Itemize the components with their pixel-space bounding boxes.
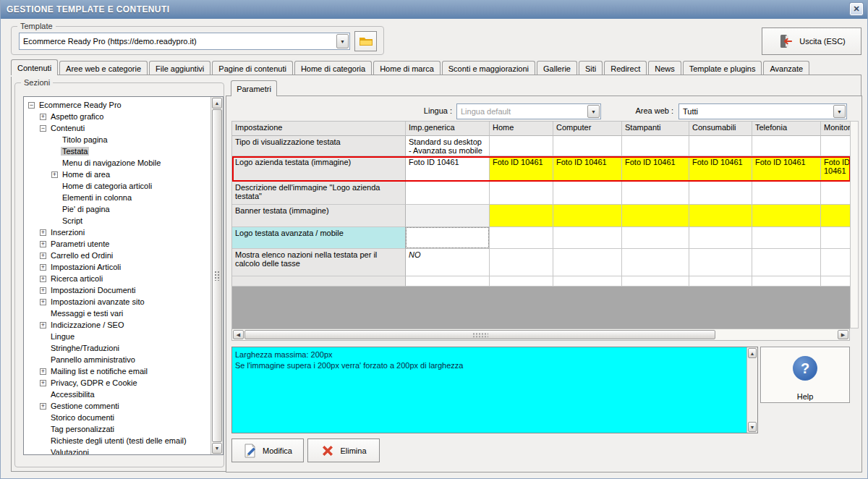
tree-item-titolo-pagina[interactable]: Titolo pagina [24,134,210,145]
expand-plus-icon[interactable]: + [40,322,46,328]
tree-scrollbar[interactable]: ▲ ▼ [210,97,223,454]
tree-item-mailing-list-e-notifiche-email[interactable]: +Mailing list e notifiche email [24,365,210,377]
tab-redirect[interactable]: Redirect [604,61,647,75]
expand-plus-icon[interactable]: + [40,241,46,247]
cell-computer[interactable] [553,249,622,276]
cell-telefonia[interactable] [752,249,821,276]
tab-pagine-di-contenuti[interactable]: Pagine di contenuti [212,61,293,75]
parameters-table[interactable]: ImpostazioneImp.genericaHomeComputerStam… [231,121,850,328]
expand-plus-icon[interactable]: + [40,114,46,120]
elimina-button[interactable]: Elimina [307,438,380,462]
area-web-select[interactable]: Tutti ▼ [678,103,847,119]
cell-monitor[interactable] [821,205,850,227]
tab-template-e-plugins[interactable]: Template e plugins [683,61,762,75]
row-label[interactable]: Logo azienda testata (immagine) [232,156,406,182]
cell-home[interactable] [490,276,553,287]
template-select[interactable]: Ecommerce Ready Pro (https://demo.readyp… [19,33,350,50]
cell-home[interactable]: Foto ID 10461 [490,156,553,182]
tab-gallerie[interactable]: Gallerie [537,61,577,75]
column-header-home[interactable]: Home [490,122,553,136]
row-label[interactable]: Descrizione dell'immagine "Logo azienda … [232,182,406,205]
row-label[interactable]: Banner testata (immagine) [232,205,406,227]
cell-monitor[interactable] [821,136,850,156]
cell-stampanti[interactable] [622,182,689,205]
tab-contenuti[interactable]: Contenuti [11,59,58,75]
hscrollbar-thumb[interactable] [244,330,715,339]
tree-item-stringhe-traduzioni[interactable]: Stringhe/Traduzioni [24,342,210,354]
tab-aree-web-e-categorie[interactable]: Aree web e categorie [59,61,148,75]
table-horizontal-scrollbar[interactable]: ◀ ▶ [231,328,850,341]
row-label[interactable] [232,276,406,287]
row-label[interactable]: Mostra elenco nazioni nella testata per … [232,249,406,276]
expand-plus-icon[interactable]: + [40,276,46,282]
expand-plus-icon[interactable]: + [40,299,46,305]
tree-item-tag-personalizzati[interactable]: Tag personalizzati [24,423,210,435]
cell-computer[interactable] [553,182,622,205]
help-button[interactable]: ? Help [760,347,850,403]
tree-item-inserzioni[interactable]: +Inserzioni [24,226,210,238]
tree-item-richieste-degli-utenti-testi-delle-email[interactable]: Richieste degli utenti (testi delle emai… [24,435,210,446]
tree-item-impostazioni-articoli[interactable]: +Impostazioni Articoli [24,261,210,273]
column-header-telefonia[interactable]: Telefonia [752,122,821,136]
tree-item-script[interactable]: Script [24,215,210,226]
scroll-right-button[interactable]: ▶ [838,330,848,339]
tab-home-di-marca[interactable]: Home di marca [373,61,441,75]
modifica-button[interactable]: Modifica [231,438,304,462]
tree-item-menu-di-navigazione-mobile[interactable]: Menu di navigazione Mobile [24,157,210,169]
row-label[interactable]: Tipo di visualizzazione testata [232,136,406,156]
cell-monitor[interactable] [821,182,850,205]
tab-avanzate[interactable]: Avanzate [763,61,809,75]
expand-plus-icon[interactable]: + [40,264,46,271]
cell-monitor[interactable] [821,227,850,249]
cell-consumabili[interactable] [689,249,752,276]
tree-item-impostazioni-avanzate-sito[interactable]: +Impostazioni avanzate sito [24,296,210,308]
info-scrollbar[interactable]: ▲ ▼ [746,347,757,433]
cell-imp-generica[interactable] [406,205,490,227]
cell-telefonia[interactable] [752,227,821,249]
tree-item-elementi-in-colonna[interactable]: Elementi in colonna [24,192,210,203]
scroll-left-button[interactable]: ◀ [233,330,244,339]
tree-item-ricerca-articoli[interactable]: +Ricerca articoli [24,273,210,284]
expand-plus-icon[interactable]: + [40,380,46,386]
column-header-imp-generica[interactable]: Imp.generica [406,122,490,136]
cell-imp-generica[interactable]: Foto ID 10461 [406,156,490,182]
column-header-stampanti[interactable]: Stampanti [622,122,689,136]
tree-item-messaggi-e-testi-vari[interactable]: Messaggi e testi vari [24,308,210,319]
tree-item-pannello-amministrativo[interactable]: Pannello amministrativo [24,354,210,365]
cell-telefonia[interactable] [752,182,821,205]
tab-news[interactable]: News [648,61,681,75]
expand-plus-icon[interactable]: + [40,229,46,236]
cell-monitor[interactable]: Foto ID 10461 [821,156,850,182]
tree-item-pie-di-pagina[interactable]: Pie' di pagina [24,203,210,215]
cell-consumabili[interactable] [689,205,752,227]
cell-home[interactable] [490,227,553,249]
tree-item-aspetto-grafico[interactable]: +Aspetto grafico [24,111,210,122]
cell-stampanti[interactable] [622,205,689,227]
cell-stampanti[interactable] [622,227,689,249]
tree-item-indicizzazione-seo[interactable]: +Indicizzazione / SEO [24,319,210,331]
chevron-down-icon[interactable]: ▼ [833,105,846,118]
cell-imp-generica[interactable] [406,276,490,287]
collapse-minus-icon[interactable]: − [28,102,35,109]
tree-item-privacy-gdpr-e-cookie[interactable]: +Privacy, GDPR e Cookie [24,377,210,389]
scroll-down-button[interactable]: ▼ [212,443,222,454]
tree-item-home-di-area[interactable]: +Home di area [24,169,210,180]
cell-computer[interactable] [553,276,622,287]
tree-item-impostazioni-documenti[interactable]: +Impostazioni Documenti [24,284,210,296]
tree-item-storico-documenti[interactable]: Storico documenti [24,412,210,423]
column-header-impostazione[interactable]: Impostazione [232,122,406,136]
cell-home[interactable] [490,205,553,227]
column-header-monitor[interactable]: Monitor [821,122,850,136]
tree-item-ecommerce-ready-pro[interactable]: −Ecommerce Ready Pro [24,99,210,111]
tree-item-home-di-categoria-articoli[interactable]: Home di categoria articoli [24,180,210,192]
column-header-consumabili[interactable]: Consumabili [689,122,752,136]
tree-item-testata[interactable]: Testata [24,145,210,157]
table-vertical-scrollbar[interactable] [850,121,859,328]
tree-scrollbar-thumb[interactable] [212,109,222,442]
tab-sconti-e-maggiorazioni[interactable]: Sconti e maggiorazioni [442,61,535,75]
expand-plus-icon[interactable]: + [40,403,46,410]
cell-imp-generica[interactable]: Standard su desktop - Avanzata su mobile [406,136,490,156]
cell-telefonia[interactable] [752,205,821,227]
cell-monitor[interactable] [821,276,850,287]
cell-computer[interactable] [553,205,622,227]
